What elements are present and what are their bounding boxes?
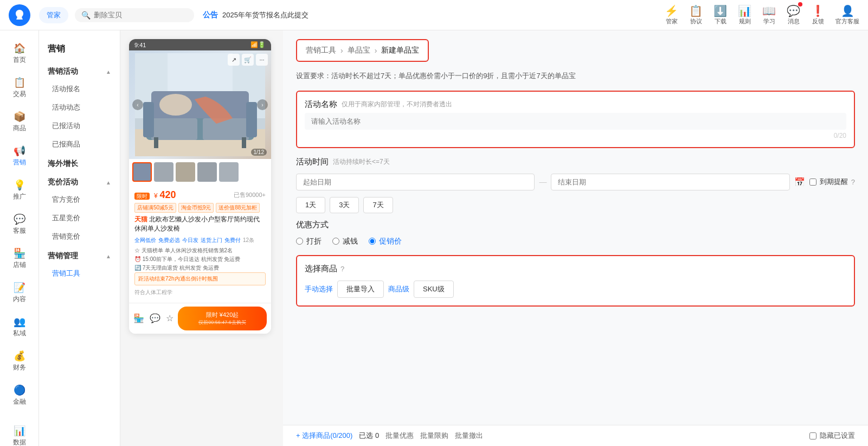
hide-existing-toggle[interactable]: 隐藏已设置	[809, 431, 855, 441]
sidebar-group-management[interactable]: 营销管理 ▲	[39, 246, 120, 264]
sidebar-item-reported-goods[interactable]: 已报商品	[39, 135, 120, 154]
sidebar-group-overseas[interactable]: 海外增长	[39, 154, 120, 172]
nav-protocol[interactable]: 📋 协议	[689, 4, 703, 26]
thumbnail-2[interactable]	[154, 162, 173, 182]
thumbnail-4[interactable]	[197, 162, 217, 182]
activity-time-hint: 活动持续时长<=7天	[333, 157, 390, 167]
sku-level-btn[interactable]: SKU级	[414, 281, 454, 298]
product-icon: 📦	[14, 111, 25, 123]
nav-feedback[interactable]: ❗ 反馈	[811, 4, 825, 26]
nav-marketing[interactable]: 📢 营销	[0, 139, 38, 173]
learn-icon: 📖	[762, 4, 776, 17]
reminder-help-icon: ?	[851, 178, 855, 186]
select-goods-section: 选择商品 ? 手动选择 批量导入 商品级 SKU级	[296, 255, 855, 307]
activity-name-input[interactable]	[305, 113, 846, 130]
promote-icon: 💡	[14, 179, 25, 191]
batch-limit-btn[interactable]: 批量限购	[420, 431, 448, 441]
search-input[interactable]	[94, 11, 181, 19]
price-row: 限时 ¥ 420 已售90000+	[134, 189, 266, 201]
batch-discount-btn[interactable]: 批量优惠	[385, 431, 414, 441]
discount-option-promo[interactable]: 促销价	[369, 237, 402, 246]
image-next-btn[interactable]: ›	[257, 99, 268, 110]
radio-discount[interactable]	[296, 238, 303, 245]
nav-download[interactable]: ⬇️ 下载	[713, 4, 727, 26]
select-goods-link[interactable]: + 选择商品(0/200)	[296, 431, 352, 441]
goods-level-btn[interactable]: 商品级	[388, 281, 409, 297]
breadcrumb-item-1[interactable]: 营销工具	[306, 46, 336, 55]
manual-select-btn[interactable]: 手动选择	[305, 281, 333, 297]
trade-icon: 📋	[14, 77, 25, 88]
hide-existing-checkbox[interactable]	[809, 432, 816, 439]
breadcrumb-item-2[interactable]: 单品宝	[348, 46, 370, 55]
end-date-input[interactable]	[551, 174, 789, 190]
activity-name-field: 活动名称 仅用于商家内部管理，不对消费者透出 0/20	[296, 91, 855, 148]
sidebar-group-bidding[interactable]: 竞价活动 ▲	[39, 172, 120, 190]
sidebar-item-activity-signup[interactable]: 活动报名	[39, 80, 120, 98]
breadcrumb: 营销工具 › 单品宝 › 新建单品宝	[296, 39, 429, 62]
sidebar-item-reported-activity[interactable]: 已报活动	[39, 117, 120, 135]
product-meta: ☆ 天猫榜单 单人休闲沙发格托销售第2名 ⏰ 15:00前下单，今日送达 杭州发…	[134, 246, 266, 272]
reminder-check-input[interactable]	[809, 179, 816, 186]
sidebar-item-marketing-tools[interactable]: 营销工具	[39, 264, 120, 283]
batch-remove-btn[interactable]: 批量撤出	[455, 431, 483, 441]
nav-product[interactable]: 📦 商品	[0, 105, 38, 138]
sidebar-item-marketing-bid[interactable]: 营销竞价	[39, 227, 120, 246]
batch-import-btn[interactable]: 批量导入	[337, 281, 384, 298]
product-label: 商品	[13, 124, 26, 133]
calendar-icon[interactable]: 📅	[794, 177, 805, 187]
nav-store[interactable]: 🏪 店铺	[0, 242, 38, 275]
nav-rules[interactable]: 📊 规则	[738, 4, 751, 26]
discount-tag-2: 淘金币抵9元	[178, 203, 214, 213]
nav-manager[interactable]: ⚡ 管家	[665, 4, 678, 26]
requirement-text: 设置要求：活动时长不超过7天；单品优惠价需小于一口价的9折，且需小于近7天的单品…	[296, 71, 855, 82]
cart-icon[interactable]: 🛒	[242, 54, 254, 66]
nav-service[interactable]: 👤 官方客服	[835, 4, 859, 26]
nav-content[interactable]: 📝 内容	[0, 276, 38, 309]
meta-rank: ☆ 天猫榜单 单人休闲沙发格托销售第2名	[134, 246, 266, 255]
promote-label: 推广	[13, 192, 26, 201]
sidebar-item-official-bid[interactable]: 官方竞价	[39, 190, 120, 209]
nav-gold[interactable]: 🔵 金融	[0, 379, 38, 412]
meta-return: 🔄 7天无理由退货 杭州发货 免运费	[134, 264, 266, 272]
nav-finance[interactable]: 💰 财务	[0, 345, 38, 378]
image-prev-btn[interactable]: ‹	[132, 99, 143, 110]
common-nav-btn[interactable]: 管家	[39, 7, 68, 23]
nav-private[interactable]: 👥 私域	[0, 310, 38, 343]
discount-option-label-1: 打折	[306, 237, 322, 246]
nav-learn[interactable]: 📖 学习	[762, 4, 776, 26]
star-icon[interactable]: ☆	[166, 313, 173, 323]
search-bar[interactable]: 🔍	[75, 8, 194, 22]
nav-trade[interactable]: 📋 交易	[0, 71, 38, 104]
breadcrumb-sep-2: ›	[375, 46, 377, 55]
more-icon[interactable]: ···	[256, 54, 268, 66]
chevron-up-icon-2: ▲	[106, 180, 111, 186]
radio-reduce[interactable]	[332, 238, 339, 245]
thumbnail-1[interactable]	[132, 162, 152, 182]
nav-data[interactable]: 📊 数据	[0, 419, 38, 446]
discount-option-reduce[interactable]: 减钱	[332, 237, 358, 246]
radio-promo[interactable]	[369, 238, 376, 245]
add-to-cart-btn[interactable]: 限时 ¥420起 仅前00:56:47.6去购买	[178, 307, 267, 330]
thumbnail-5[interactable]	[219, 162, 239, 182]
quick-date-1[interactable]: 1天	[296, 197, 325, 213]
reminder-checkbox[interactable]: 到期提醒 ?	[809, 177, 855, 187]
manager-label: 管家	[666, 17, 678, 26]
nav-home[interactable]: 🏠 首页	[0, 37, 38, 70]
nav-kefu[interactable]: 💬 客服	[0, 208, 38, 241]
nav-promote[interactable]: 💡 推广	[0, 174, 38, 207]
start-date-input[interactable]	[296, 174, 535, 190]
quick-date-3[interactable]: 3天	[330, 197, 359, 213]
sidebar-item-activity-dynamic[interactable]: 活动动态	[39, 98, 120, 117]
share-icon[interactable]: ↗	[228, 54, 240, 66]
service-icon-2[interactable]: 💬	[150, 313, 160, 323]
quick-date-7[interactable]: 7天	[363, 197, 393, 213]
tag-today-ship: 免费必选	[158, 237, 180, 244]
sidebar-item-five-star-bid[interactable]: 五星竞价	[39, 209, 120, 227]
discount-option-折[interactable]: 打折	[296, 237, 322, 246]
top-navigation: 管家 🔍 公告 2025年年货节报名点此提交 ⚡ 管家 📋 协议 ⬇️ 下载 📊…	[0, 0, 868, 30]
store-icon-2[interactable]: 🏪	[133, 313, 144, 323]
store-icon: 🏪	[14, 247, 25, 259]
sidebar-group-marketing-activity[interactable]: 营销活动 ▲	[39, 61, 120, 80]
thumbnail-3[interactable]	[176, 162, 195, 182]
nav-message[interactable]: 💬 消息	[787, 4, 800, 26]
